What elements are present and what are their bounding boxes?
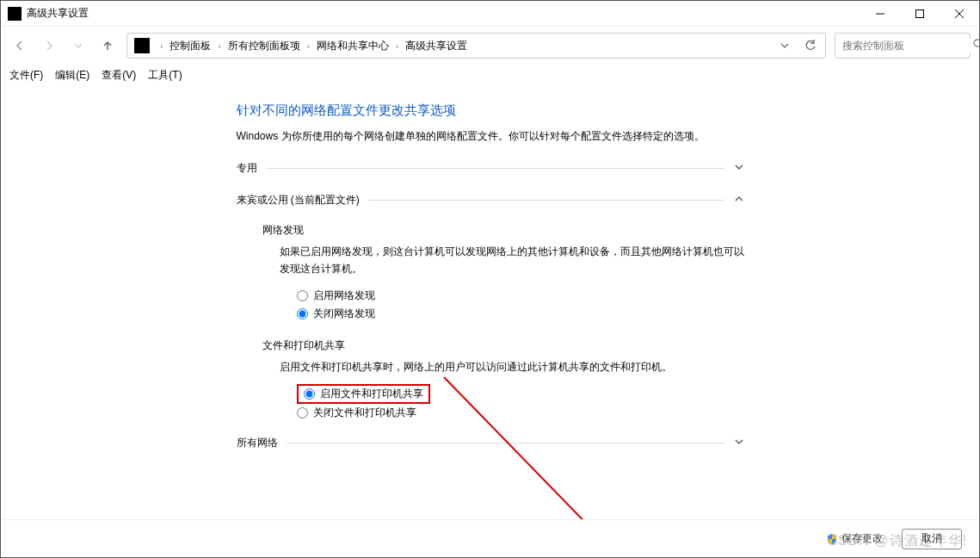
close-button[interactable]: [940, 1, 979, 27]
radio-group-fileshare: 启用文件和打印机共享 关闭文件和打印机共享: [297, 384, 744, 422]
address-dropdown-button[interactable]: [774, 34, 796, 57]
cancel-label: 取消: [921, 531, 942, 546]
radio-label: 关闭网络发现: [313, 307, 375, 321]
up-button[interactable]: [97, 35, 118, 56]
radio-input[interactable]: [297, 290, 308, 301]
address-bar[interactable]: › 控制面板 › 所有控制面板项 › 网络和共享中心 › 高级共享设置: [126, 33, 826, 59]
chevron-down-icon: [734, 437, 744, 450]
radio-label: 关闭文件和打印机共享: [313, 406, 416, 420]
search-box[interactable]: [835, 33, 971, 59]
menu-file[interactable]: 文件(F): [9, 68, 43, 83]
section-header-all[interactable]: 所有网络: [237, 432, 744, 454]
titlebar: 高级共享设置: [1, 1, 979, 27]
radio-input[interactable]: [304, 388, 315, 400]
svg-point-4: [974, 40, 980, 46]
shield-icon: [826, 533, 838, 545]
section-body-guest: 网络发现 如果已启用网络发现，则这台计算机可以发现网络上的其他计算机和设备，而且…: [237, 211, 744, 422]
svg-rect-1: [916, 9, 924, 17]
breadcrumb-item[interactable]: 高级共享设置: [405, 39, 467, 53]
radio-input[interactable]: [297, 407, 308, 418]
section-label: 专用: [237, 161, 257, 176]
radio-label: 启用网络发现: [313, 288, 375, 303]
chevron-right-icon: ›: [396, 41, 398, 51]
chevron-right-icon: ›: [218, 41, 220, 51]
menu-tools[interactable]: 工具(T): [148, 68, 182, 83]
chevron-down-icon: [734, 162, 744, 175]
window-title: 高级共享设置: [27, 6, 89, 21]
section-guest-public: 来宾或公用 (当前配置文件) 网络发现 如果已启用网络发现，则这台计算机可以发现…: [237, 189, 744, 422]
section-private: 专用: [237, 158, 744, 179]
breadcrumb-item[interactable]: 控制面板: [169, 39, 211, 53]
refresh-button[interactable]: [799, 34, 822, 57]
section-header-guest[interactable]: 来宾或公用 (当前配置文件): [237, 189, 744, 211]
subsection-file-printer-share: 文件和打印机共享: [262, 338, 744, 353]
section-header-private[interactable]: 专用: [237, 158, 744, 179]
navbar: › 控制面板 › 所有控制面板项 › 网络和共享中心 › 高级共享设置: [1, 27, 979, 65]
divider: [266, 168, 725, 169]
menubar: 文件(F) 编辑(E) 查看(V) 工具(T): [1, 65, 979, 85]
minimize-button[interactable]: [860, 1, 900, 27]
window: 高级共享设置 › 控制面板 › 所有控制面板项: [0, 0, 980, 558]
back-button[interactable]: [9, 35, 30, 56]
radio-enable-fileshare[interactable]: 启用文件和打印机共享: [304, 387, 423, 401]
radio-enable-discovery[interactable]: 启用网络发现: [297, 287, 744, 305]
chevron-up-icon: [734, 194, 744, 207]
section-label: 来宾或公用 (当前配置文件): [237, 193, 360, 208]
menu-edit[interactable]: 编辑(E): [55, 68, 89, 83]
search-icon[interactable]: [973, 39, 980, 53]
breadcrumb-item[interactable]: 所有控制面板项: [228, 39, 300, 53]
save-label: 保存更改: [841, 531, 883, 546]
page-title: 针对不同的网络配置文件更改共享选项: [237, 102, 744, 119]
settings-panel: 针对不同的网络配置文件更改共享选项 Windows 为你所使用的每个网络创建单独…: [237, 102, 744, 454]
radio-group-discovery: 启用网络发现 关闭网络发现: [297, 287, 744, 323]
search-input[interactable]: [841, 39, 973, 53]
cancel-button[interactable]: 取消: [902, 529, 962, 549]
recent-dropdown[interactable]: [68, 35, 89, 56]
network-discovery-desc: 如果已启用网络发现，则这台计算机可以发现网络上的其他计算机和设备，而且其他网络计…: [280, 243, 744, 278]
breadcrumb-item[interactable]: 网络和共享中心: [317, 39, 389, 53]
file-share-desc: 启用文件和打印机共享时，网络上的用户可以访问通过此计算机共享的文件和打印机。: [280, 358, 744, 375]
radio-label: 启用文件和打印机共享: [320, 387, 423, 401]
maximize-button[interactable]: [900, 1, 940, 27]
chevron-right-icon: ›: [160, 41, 163, 51]
page-description: Windows 为你所使用的每个网络创建单独的网络配置文件。你可以针对每个配置文…: [237, 129, 744, 144]
radio-input[interactable]: [297, 308, 308, 319]
chevron-right-icon: ›: [307, 41, 310, 51]
footer: 保存更改 取消: [1, 519, 979, 557]
save-button[interactable]: 保存更改: [817, 529, 891, 549]
radio-disable-discovery[interactable]: 关闭网络发现: [297, 305, 744, 323]
subsection-network-discovery: 网络发现: [262, 223, 744, 238]
forward-button[interactable]: [39, 35, 59, 56]
highlight-annotation: 启用文件和打印机共享: [297, 384, 430, 404]
location-icon: [134, 38, 150, 53]
content-area: 针对不同的网络配置文件更改共享选项 Windows 为你所使用的每个网络创建单独…: [1, 85, 979, 519]
divider: [287, 443, 725, 443]
section-label: 所有网络: [237, 436, 278, 450]
radio-disable-fileshare[interactable]: 关闭文件和打印机共享: [297, 404, 744, 422]
menu-view[interactable]: 查看(V): [102, 68, 136, 83]
divider: [368, 200, 725, 201]
section-all-networks: 所有网络: [237, 432, 744, 454]
app-icon: [8, 7, 22, 21]
